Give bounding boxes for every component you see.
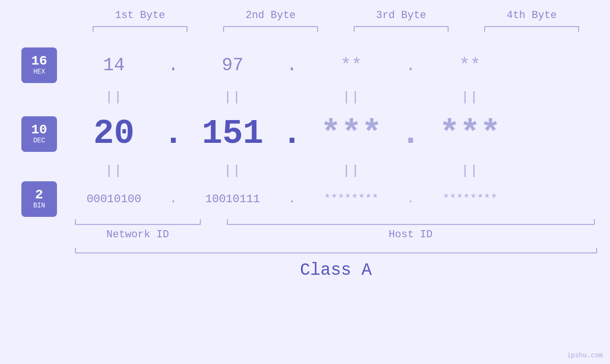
byte2-header: 2nd Byte — [218, 9, 323, 21]
bin-badge-spacer: 2 BIN — [0, 181, 62, 217]
bracket-byte2 — [223, 26, 318, 32]
eq2-b1: || — [62, 163, 166, 178]
bin-b4: ******** — [418, 193, 522, 205]
hex-number: 16 — [31, 55, 47, 68]
bracket-byte1 — [93, 26, 188, 32]
bin-dot3: . — [404, 193, 418, 205]
main-container: 1st Byte 2nd Byte 3rd Byte 4th Byte 16 H… — [0, 0, 610, 364]
eq1-b1: || — [62, 90, 166, 104]
network-bracket — [75, 219, 201, 225]
eq-row-1: || || || || — [0, 86, 610, 108]
bin-dot2: . — [285, 193, 299, 205]
bracket-byte4 — [484, 26, 579, 32]
hex-b1: 14 — [62, 55, 166, 75]
eq2-b4: || — [418, 163, 522, 178]
bin-badge: 2 BIN — [21, 181, 57, 217]
dec-dot3: . — [404, 114, 418, 153]
dec-b1: 20 — [62, 114, 166, 153]
host-id-label: Host ID — [227, 229, 595, 241]
hex-b4: ** — [418, 55, 522, 75]
eq-values-2: || || || || — [62, 163, 608, 178]
hex-b3: ** — [299, 55, 404, 75]
dec-number: 10 — [31, 123, 47, 137]
bin-row: 2 BIN 00010100 . 10010111 . ******** . *… — [0, 181, 610, 217]
dec-row: 10 DEC 20 . 151 . *** . *** — [0, 108, 610, 160]
byte1-header: 1st Byte — [88, 9, 192, 21]
bin-b2: 10010111 — [180, 193, 285, 205]
dec-dot1: . — [166, 114, 180, 153]
bin-b1: 00010100 — [62, 193, 166, 205]
top-brackets — [75, 26, 597, 32]
class-label: Class A — [75, 261, 597, 280]
eq-values-1: || || || || — [62, 90, 608, 104]
full-bottom-bracket — [75, 248, 597, 253]
eq2-b3: || — [299, 163, 404, 178]
dec-b3: *** — [299, 114, 404, 153]
hex-b2: 97 — [180, 55, 285, 75]
bin-number: 2 — [35, 188, 43, 202]
bracket-byte3 — [354, 26, 449, 32]
hex-name: HEX — [33, 68, 45, 76]
bin-dot1: . — [166, 193, 180, 205]
hex-dot3: . — [404, 55, 418, 75]
hex-dot2: . — [285, 55, 299, 75]
bottom-brackets — [75, 219, 597, 225]
eq1-b2: || — [180, 90, 285, 104]
watermark: ipshu.com — [567, 352, 603, 359]
eq-row-2: || || || || — [0, 160, 610, 181]
hex-dot1: . — [166, 55, 180, 75]
bin-name: BIN — [33, 202, 45, 210]
eq2-b2: || — [180, 163, 285, 178]
dec-badge-spacer: 10 DEC — [0, 116, 62, 152]
hex-badge: 16 HEX — [21, 47, 57, 83]
dec-b4: *** — [418, 114, 522, 153]
byte-headers: 1st Byte 2nd Byte 3rd Byte 4th Byte — [75, 9, 597, 21]
host-bracket — [227, 219, 595, 225]
hex-row: 16 HEX 14 . 97 . ** . ** — [0, 44, 610, 86]
hex-values: 14 . 97 . ** . ** — [62, 55, 608, 75]
hex-badge-spacer: 16 HEX — [0, 47, 62, 83]
network-id-label: Network ID — [75, 229, 201, 241]
eq1-b4: || — [418, 90, 522, 104]
byte4-header: 4th Byte — [479, 9, 584, 21]
bin-b3: ******** — [299, 193, 404, 205]
bottom-section: Network ID Host ID Class A — [75, 219, 597, 280]
byte3-header: 3rd Byte — [349, 9, 453, 21]
eq1-b3: || — [299, 90, 404, 104]
dec-values: 20 . 151 . *** . *** — [62, 114, 608, 153]
id-labels-row: Network ID Host ID — [75, 229, 597, 241]
bin-values: 00010100 . 10010111 . ******** . *******… — [62, 193, 608, 205]
dec-badge: 10 DEC — [21, 116, 57, 152]
dec-b2: 151 — [180, 114, 285, 153]
dec-name: DEC — [33, 137, 45, 145]
dec-dot2: . — [285, 114, 299, 153]
